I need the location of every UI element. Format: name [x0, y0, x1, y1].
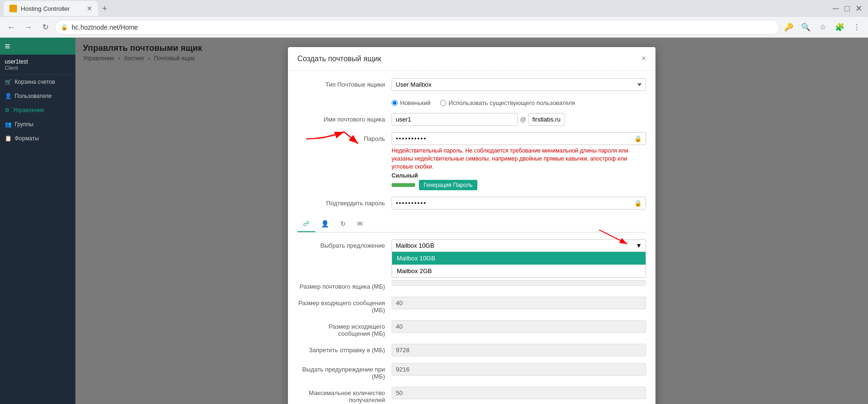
tab-share[interactable]: ☍ [297, 216, 315, 232]
browser-chrome: Hosting Controller ✕ + ─ □ ✕ ← → ↻ 🔒 hc.… [0, 0, 868, 38]
sidebar: ≡ user1test Client 🛒 Корзина счетов 👤 По… [0, 38, 75, 404]
mailbox-size-label: Размер почтового ящика (МБ) [297, 280, 392, 290]
form-row-mailbox-type: Тип Почтовые ящики User Mailbox [297, 78, 646, 91]
modal-overlay: Создать почтовый ящик × Тип Почтовые ящи… [75, 38, 868, 404]
sidebar-item-manage-label: Управление [13, 107, 44, 113]
max-recipients-value: 50 [392, 387, 646, 399]
password-input[interactable] [392, 133, 631, 145]
radio-existing-user[interactable]: Использовать существующего пользователя [440, 99, 575, 106]
tab-user[interactable]: 👤 [315, 216, 335, 232]
confirm-password-label: Подтвердить пароль [297, 197, 392, 207]
confirm-password-input[interactable] [392, 197, 631, 209]
search-icon[interactable]: 🔍 [798, 20, 813, 35]
form-row-mailbox-name: Имя почтового ящика @ firstlabs.ru [297, 113, 646, 126]
form-row-outgoing-size: Размер исходящего сообщения (МБ) 40 [297, 320, 646, 337]
secure-icon: 🔒 [61, 24, 68, 31]
form-row-warn: Выдать предупреждение при (МБ) 9216 [297, 363, 646, 380]
chevron-down-icon: ▼ [636, 242, 642, 249]
strength-indicator [392, 183, 415, 187]
browser-nav-icons: 🔑 🔍 ☆ 🧩 ⋮ [781, 20, 864, 35]
mailbox-type-label: Тип Почтовые ящики [297, 78, 392, 88]
sidebar-item-manage[interactable]: ⚙ Управление [0, 103, 75, 117]
back-button[interactable]: ← [4, 20, 19, 35]
offer-option-2gb[interactable]: Mailbox 2GB [392, 265, 646, 277]
active-tab[interactable]: Hosting Controller ✕ [4, 1, 98, 16]
main-area: ≡ user1test Client 🛒 Корзина счетов 👤 По… [0, 38, 868, 404]
window-controls: ─ □ ✕ [831, 1, 864, 16]
form-row-offer: Выбрать предложение [297, 239, 646, 252]
sidebar-item-groups[interactable]: 👥 Группы [0, 117, 75, 131]
at-symbol: @ [520, 116, 526, 123]
sidebar-item-users[interactable]: 👤 Пользователи [0, 89, 75, 103]
warn-control: 9216 [392, 363, 646, 376]
domain-select[interactable]: firstlabs.ru [528, 113, 565, 126]
address-text: hc.hoztnode.net/Home [72, 24, 773, 31]
max-recipients-control: 50 [392, 387, 646, 399]
mailbox-name-input[interactable] [392, 113, 518, 126]
incoming-size-value: 40 [392, 297, 646, 309]
password-control: 🔒 Недействительный пароль. Не соблюдаетс… [392, 132, 646, 190]
user-type-label [297, 97, 392, 100]
user-type-radio-group: Новенький Использовать существующего пол… [392, 97, 646, 106]
new-tab-button[interactable]: + [98, 2, 111, 15]
outgoing-size-value: 40 [392, 320, 646, 333]
radio-existing-user-input[interactable] [440, 100, 446, 106]
sidebar-username: user1test [5, 58, 71, 65]
outgoing-size-control: 40 [392, 320, 646, 333]
address-bar[interactable]: 🔒 hc.hoztnode.net/Home [55, 20, 779, 35]
radio-existing-user-label: Использовать существующего пользователя [449, 99, 575, 106]
offer-select-trigger[interactable]: Mailbox 10GB ▼ [392, 239, 646, 252]
strength-bar: Генерация Пароль [392, 180, 646, 190]
form-row-password: Пароль 🔒 Недействительный пароль. Не соб… [297, 132, 646, 190]
forward-button[interactable]: → [21, 20, 36, 35]
password-field: 🔒 [392, 132, 646, 145]
sidebar-item-formats-label: Форматы [15, 135, 39, 142]
groups-icon: 👥 [5, 121, 12, 128]
key-icon[interactable]: 🔑 [781, 20, 796, 35]
offer-dropdown-menu: Mailbox 10GB Mailbox 2GB [392, 252, 646, 278]
sync-icon: ↻ [340, 220, 346, 227]
confirm-password-field: 🔒 [392, 197, 646, 210]
modal-title: Создать почтовый ящик [297, 55, 381, 63]
tab-sync[interactable]: ↻ [335, 216, 352, 232]
outgoing-size-label: Размер исходящего сообщения (МБ) [297, 320, 392, 337]
domain-select-wrapper: firstlabs.ru [528, 113, 646, 126]
offer-select-value: Mailbox 10GB [396, 242, 636, 249]
radio-new-user-input[interactable] [392, 100, 398, 106]
form-row-max-recipients: Максимальное количество получателей 50 [297, 387, 646, 404]
sidebar-item-formats[interactable]: 📋 Форматы [0, 131, 75, 145]
generate-password-button[interactable]: Генерация Пароль [419, 180, 477, 190]
radio-new-user[interactable]: Новенький [392, 99, 431, 106]
modal-header: Создать почтовый ящик × [288, 47, 655, 71]
share-icon: ☍ [303, 220, 310, 227]
nav-bar: ← → ↻ 🔒 hc.hoztnode.net/Home 🔑 🔍 ☆ 🧩 ⋮ [0, 17, 868, 38]
minimize-button[interactable]: ─ [831, 2, 841, 16]
sidebar-item-cart[interactable]: 🛒 Корзина счетов [0, 75, 75, 89]
close-window-button[interactable]: ✕ [853, 1, 864, 16]
tab-close-button[interactable]: ✕ [87, 5, 92, 12]
modal-create-mailbox: Создать почтовый ящик × Тип Почтовые ящи… [288, 47, 655, 404]
menu-icon[interactable]: ⋮ [849, 20, 864, 35]
formats-icon: 📋 [5, 135, 12, 142]
modal-close-button[interactable]: × [641, 54, 646, 64]
extensions-icon[interactable]: 🧩 [832, 20, 847, 35]
tab-mail[interactable]: ✉ [352, 216, 368, 232]
restore-button[interactable]: □ [843, 2, 852, 16]
form-row-ban-send: Запретить отправку в (МБ) 9728 [297, 344, 646, 356]
content-area: Управлять почтовыми ящик Управление › Хо… [75, 38, 868, 404]
offer-option-10gb[interactable]: Mailbox 10GB [392, 252, 646, 265]
confirm-lock-icon: 🔒 [631, 197, 646, 209]
sidebar-role: Client [5, 65, 71, 71]
mailbox-size-value [392, 280, 646, 286]
mailbox-size-control [392, 280, 646, 286]
incoming-size-control: 40 [392, 297, 646, 309]
bookmark-icon[interactable]: ☆ [815, 20, 830, 35]
offer-label: Выбрать предложение [297, 239, 392, 249]
tab-title: Hosting Controller [21, 5, 83, 12]
mailbox-type-select[interactable]: User Mailbox [392, 78, 646, 91]
hosting-bar-title: ≡ [5, 41, 10, 52]
reload-button[interactable]: ↻ [38, 20, 53, 35]
ban-send-value: 9728 [392, 344, 646, 356]
email-domain-group: @ firstlabs.ru [392, 113, 646, 126]
form-row-user-type: Новенький Использовать существующего пол… [297, 97, 646, 106]
